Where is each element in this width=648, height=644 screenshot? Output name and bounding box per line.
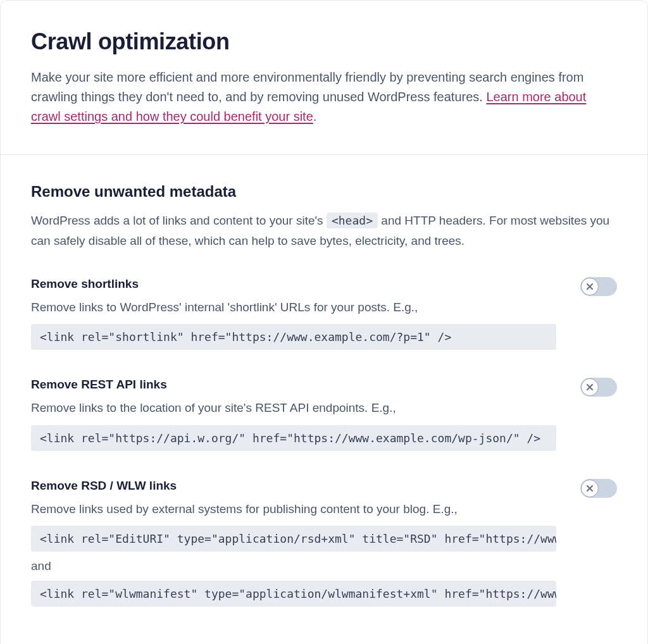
code-between-label: and bbox=[31, 559, 565, 573]
setting-text: Remove REST API links Remove links to th… bbox=[31, 378, 565, 451]
setting-desc: Remove links to the location of your sit… bbox=[31, 399, 565, 418]
x-icon bbox=[586, 283, 594, 290]
head-code-inline: <head> bbox=[327, 213, 378, 228]
section-desc-before: WordPress adds a lot of links and conten… bbox=[31, 214, 327, 227]
setting-remove-shortlinks: Remove shortlinks Remove links to WordPr… bbox=[31, 277, 617, 350]
x-icon bbox=[586, 485, 594, 492]
setting-desc: Remove links to WordPress' internal 'sho… bbox=[31, 299, 565, 317]
toggle-knob bbox=[581, 480, 599, 497]
setting-header: Remove REST API links Remove links to th… bbox=[31, 378, 617, 451]
setting-title: Remove RSD / WLW links bbox=[31, 479, 565, 493]
setting-remove-rsd-wlw-links: Remove RSD / WLW links Remove links used… bbox=[31, 479, 617, 607]
setting-desc: Remove links used by external systems fo… bbox=[31, 500, 565, 519]
setting-text: Remove shortlinks Remove links to WordPr… bbox=[31, 277, 565, 350]
panel-header: Crawl optimization Make your site more e… bbox=[1, 1, 647, 155]
setting-title: Remove REST API links bbox=[31, 378, 565, 392]
code-block: <link rel="EditURI" type="application/rs… bbox=[31, 526, 556, 552]
section-title: Remove unwanted metadata bbox=[31, 183, 617, 201]
setting-title: Remove shortlinks bbox=[31, 277, 565, 291]
page-title: Crawl optimization bbox=[31, 28, 617, 55]
code-block: <link rel="https://api.w.org/" href="htt… bbox=[31, 425, 556, 451]
panel-body: Remove unwanted metadata WordPress adds … bbox=[1, 155, 647, 644]
code-block: <link rel="wlwmanifest" type="applicatio… bbox=[31, 581, 556, 607]
toggle-remove-rsd-wlw-links[interactable] bbox=[580, 479, 617, 498]
setting-header: Remove RSD / WLW links Remove links used… bbox=[31, 479, 617, 607]
toggle-remove-shortlinks[interactable] bbox=[580, 277, 617, 296]
x-icon bbox=[586, 383, 594, 391]
toggle-knob bbox=[581, 278, 599, 295]
setting-text: Remove RSD / WLW links Remove links used… bbox=[31, 479, 565, 607]
page-lead: Make your site more efficient and more e… bbox=[31, 68, 617, 127]
code-block: <link rel="shortlink" href="https://www.… bbox=[31, 324, 556, 350]
setting-header: Remove shortlinks Remove links to WordPr… bbox=[31, 277, 617, 350]
setting-remove-rest-api-links: Remove REST API links Remove links to th… bbox=[31, 378, 617, 451]
settings-panel: Crawl optimization Make your site more e… bbox=[0, 0, 648, 644]
section-desc: WordPress adds a lot of links and conten… bbox=[31, 211, 617, 252]
toggle-remove-rest-api-links[interactable] bbox=[580, 378, 617, 397]
toggle-knob bbox=[581, 378, 599, 396]
lead-suffix: . bbox=[313, 109, 317, 123]
